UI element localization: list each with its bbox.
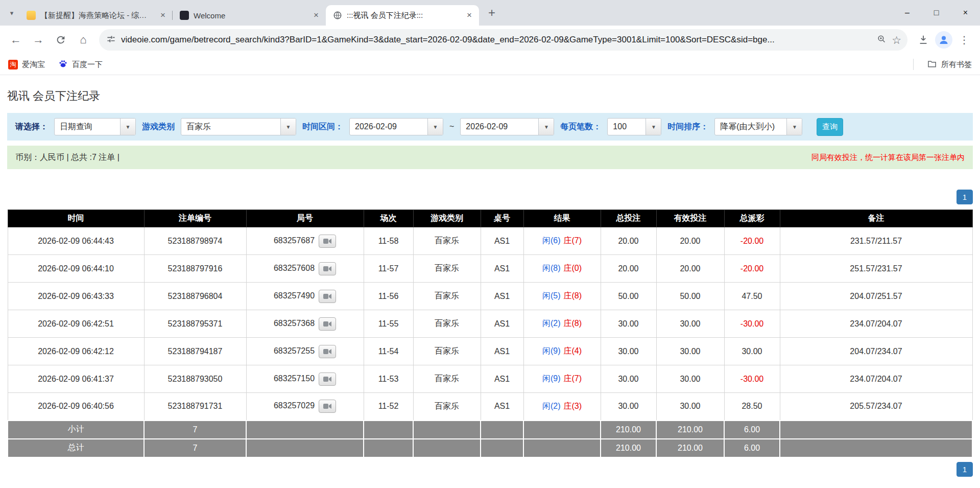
game-type-label: 游戏类别 [142,122,175,132]
address-bar[interactable]: videoie.com/game/betrecord_search/kind3?… [99,29,907,51]
summary-cell [780,439,972,457]
round-video-button[interactable] [319,290,336,303]
new-tab-button[interactable]: + [482,3,501,22]
cell-total-bet[interactable]: 30.00 [601,338,656,365]
tab-close-icon[interactable]: × [157,10,169,21]
cell-game-type: 百家乐 [413,365,481,393]
download-icon[interactable] [913,29,934,51]
chevron-down-icon[interactable]: ▼ [427,119,443,135]
round-video-button[interactable] [319,345,336,358]
round-video-button[interactable] [319,262,336,275]
tab-forum[interactable]: 【新提醒】海燕策略论坛 - 综合... × [19,5,173,26]
cell-table-no: AS1 [481,227,523,255]
url-text[interactable]: videoie.com/game/betrecord_search/kind3?… [121,35,872,45]
cell-total-bet[interactable]: 20.00 [601,227,656,255]
cell-total-bet[interactable]: 30.00 [601,393,656,421]
page-1-button[interactable]: 1 [957,462,973,477]
chevron-down-icon[interactable]: ▼ [538,119,554,135]
cell-round-id: 683257490 [246,283,364,310]
summary-cell [364,421,413,439]
cell-bet-id: 523188798974 [144,227,246,255]
close-window-button[interactable]: × [951,0,980,26]
cell-total-bet[interactable]: 20.00 [601,255,656,283]
round-video-button[interactable] [319,400,336,413]
sort-select[interactable]: 降幂(由大到小) ▼ [714,118,802,135]
cell-valid-bet: 20.00 [656,227,724,255]
chevron-down-icon[interactable]: ▼ [646,119,661,135]
bookmark-aitaobao[interactable]: 淘 爱淘宝 [8,60,45,69]
summary-cell: 6.00 [724,421,780,439]
result-player: 闲(2) [542,402,561,410]
forward-icon[interactable]: → [28,29,49,51]
bet-record-row: 2026-02-09 06:44:43 523188798974 6832576… [8,227,972,255]
cell-total-bet[interactable]: 30.00 [601,310,656,338]
menu-icon[interactable]: ⋮ [953,29,975,51]
tab-welcome[interactable]: Welcome × [173,5,326,26]
column-header: 总派彩 [724,210,780,227]
cell-session: 11-55 [364,310,413,338]
date-end-input[interactable]: 2026-02-09 ▼ [460,118,554,135]
page-1-button[interactable]: 1 [957,190,973,204]
cell-session: 11-53 [364,365,413,393]
result-banker: 庄(8) [564,291,582,300]
bookmark-star-icon[interactable]: ☆ [892,35,901,45]
site-settings-icon[interactable] [106,34,116,46]
result-banker: 庄(7) [564,236,582,245]
table-body: 2026-02-09 06:44:43 523188798974 6832576… [8,227,972,421]
cell-game-type: 百家乐 [413,255,481,283]
maximize-button[interactable]: □ [922,0,951,26]
cell-total-bet[interactable]: 50.00 [601,283,656,310]
column-header: 场次 [364,210,413,227]
profile-avatar-icon[interactable] [935,31,952,49]
zoom-icon[interactable] [877,34,887,46]
game-type-select[interactable]: 百家乐 ▼ [181,118,296,135]
tab-close-icon[interactable]: × [310,10,322,21]
bookmark-baidu[interactable]: 百度一下 [58,59,103,70]
all-bookmarks-label: 所有书签 [941,60,972,69]
page-title: 视讯 会员下注纪录 [7,88,973,104]
summary-cell: 7 [144,439,246,457]
tab-close-icon[interactable]: × [464,10,475,21]
cell-table-no: AS1 [481,393,523,421]
column-header: 结果 [523,210,601,227]
cell-round-id: 683257608 [246,255,364,283]
per-page-select[interactable]: 100 ▼ [607,118,661,135]
column-header: 游戏类别 [413,210,481,227]
cell-session: 11-56 [364,283,413,310]
refresh-icon[interactable] [50,29,71,51]
cell-time: 2026-02-09 06:41:37 [8,365,144,393]
cell-total-bet[interactable]: 30.00 [601,365,656,393]
cell-session: 11-57 [364,255,413,283]
chevron-down-icon[interactable]: ▼ [280,119,296,135]
chevron-down-icon[interactable]: ▼ [786,119,802,135]
round-video-button[interactable] [319,317,336,331]
date-start-value: 2026-02-09 [350,119,427,135]
cell-payout: -30.00 [724,310,780,338]
browser-toolbar: ← → ⌂ videoie.com/game/betrecord_search/… [0,26,980,54]
chevron-down-icon[interactable]: ▼ [120,119,135,135]
round-id-text: 683257687 [274,236,315,245]
cell-result: 闲(9)庄(7) [523,365,601,393]
tab-strip: ▾ 【新提醒】海燕策略论坛 - 综合... × Welcome × :::视讯 … [0,0,980,26]
summary-cell [364,439,413,457]
summary-row: 小计7210.00210.006.00 [8,421,972,439]
cell-game-type: 百家乐 [413,310,481,338]
round-video-button[interactable] [319,235,336,248]
tab-bet-records[interactable]: :::视讯 会员下注纪录::: × [326,5,479,26]
cell-game-type: 百家乐 [413,227,481,255]
chevron-down-icon[interactable]: ▾ [4,3,19,23]
bet-record-row: 2026-02-09 06:42:51 523188795371 6832573… [8,310,972,338]
cell-session: 11-52 [364,393,413,421]
round-video-button[interactable] [319,373,336,386]
round-id-text: 683257490 [274,291,315,300]
cell-valid-bet: 50.00 [656,283,724,310]
all-bookmarks-button[interactable]: 所有书签 [927,59,972,71]
home-icon[interactable]: ⌂ [73,29,94,51]
date-start-input[interactable]: 2026-02-09 ▼ [349,118,443,135]
date-mode-select[interactable]: 日期查询 ▼ [54,118,136,135]
summary-cell [246,421,364,439]
back-icon[interactable]: ← [5,29,27,51]
query-button[interactable]: 查询 [817,118,843,136]
minimize-button[interactable]: – [893,0,922,26]
result-player: 闲(9) [542,374,561,383]
